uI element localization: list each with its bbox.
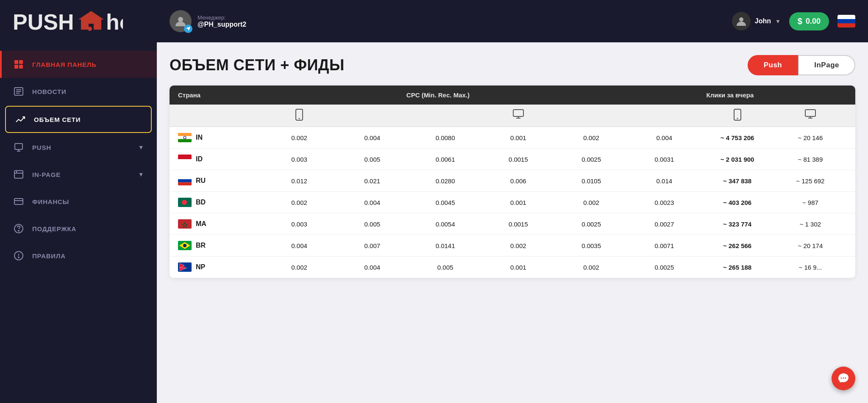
sidebar-item-push[interactable]: PUSH ▼ <box>0 134 157 161</box>
country-code: BR <box>196 242 206 249</box>
sidebar-item-label: ФИНАНСЫ <box>32 198 144 205</box>
mob-min: 0.002 <box>263 199 336 206</box>
svg-point-25 <box>178 17 183 22</box>
table-row: BD 0.002 0.004 0.0045 0.001 0.002 0.0023… <box>170 192 855 213</box>
chevron-down-icon: ▼ <box>138 144 144 151</box>
svg-rect-18 <box>14 199 23 204</box>
sidebar-item-news[interactable]: НОВОСТИ <box>0 78 157 105</box>
mob-rec: 0.021 <box>336 177 409 185</box>
svg-point-58 <box>845 378 846 379</box>
svg-rect-34 <box>805 110 815 116</box>
svg-rect-43 <box>178 176 192 179</box>
svg-rect-6 <box>14 65 18 69</box>
desk-min: 0.006 <box>482 177 555 185</box>
clicks-mob: ~ 403 206 <box>701 199 774 206</box>
desk-min: 0.001 <box>482 134 555 141</box>
desk-min: 0.0015 <box>482 156 555 163</box>
table-row: IN 0.002 0.004 0.0080 0.001 0.002 0.004 … <box>170 127 855 149</box>
desk-min: 0.002 <box>482 242 555 249</box>
desk-rec: 0.0105 <box>555 177 628 185</box>
country-cell: BD <box>178 198 263 207</box>
finance-icon <box>13 196 25 207</box>
mob-min: 0.002 <box>263 264 336 271</box>
user-info[interactable]: John ▼ <box>732 12 781 30</box>
svg-rect-7 <box>19 65 23 69</box>
sidebar-item-support[interactable]: ПОДДЕРЖКА <box>0 215 157 242</box>
svg-point-21 <box>18 230 19 231</box>
desk-rec: 0.0025 <box>555 156 628 163</box>
clicks-mob: ~ 265 188 <box>701 264 774 271</box>
mob-rec: 0.005 <box>336 156 409 163</box>
svg-text:house: house <box>106 10 123 34</box>
sidebar-item-dashboard[interactable]: ГЛАВНАЯ ПАНЕЛЬ <box>0 51 157 78</box>
sidebar-item-network[interactable]: ОБЪЕМ СЕТИ <box>5 106 152 133</box>
desk-rec: 0.002 <box>555 199 628 206</box>
desk-rec: 0.002 <box>555 134 628 141</box>
country-code: ID <box>196 155 203 163</box>
desk-max: 0.004 <box>628 134 701 141</box>
country-code: RU <box>196 177 206 185</box>
mob-min: 0.003 <box>263 221 336 228</box>
desktop-icon-cpc <box>482 109 555 122</box>
country-cell: IN <box>178 133 263 142</box>
svg-rect-39 <box>178 139 192 142</box>
desk-max: 0.014 <box>628 177 701 185</box>
svg-rect-5 <box>19 60 23 64</box>
user-avatar <box>732 12 751 30</box>
sidebar: PUSH house ГЛАВНАЯ ПАНЕЛЬ <box>0 0 157 403</box>
svg-point-3 <box>88 27 92 31</box>
svg-rect-42 <box>178 159 192 164</box>
desk-max: 0.0027 <box>628 221 701 228</box>
sidebar-item-label: ПРАВИЛА <box>32 252 144 259</box>
balance-amount: 0.00 <box>806 17 821 26</box>
sidebar-item-label: ГЛАВНАЯ ПАНЕЛЬ <box>32 61 144 68</box>
desk-rec: 0.0025 <box>555 221 628 228</box>
svg-rect-12 <box>15 144 22 149</box>
desk-rec: 0.002 <box>555 264 628 271</box>
svg-point-33 <box>737 118 738 119</box>
desk-min: 0.0015 <box>482 221 555 228</box>
dashboard-icon <box>13 58 25 70</box>
svg-point-56 <box>841 378 842 379</box>
header: Менеджер: @PH_support2 John ▼ $ 0.00 <box>157 0 868 42</box>
sidebar-item-inpage[interactable]: IN-PAGE ▼ <box>0 161 157 188</box>
country-code: IN <box>196 134 203 141</box>
manager-name: @PH_support2 <box>198 21 246 28</box>
header-country: Страна <box>178 91 263 99</box>
svg-point-26 <box>739 17 743 22</box>
network-icon <box>14 113 26 125</box>
country-code: MA <box>196 220 206 228</box>
svg-marker-1 <box>78 11 104 30</box>
clicks-desk: ~ 1 302 <box>774 221 847 228</box>
country-cell: RU <box>178 176 263 185</box>
sidebar-item-label: НОВОСТИ <box>32 88 144 95</box>
svg-text:PUSH: PUSH <box>13 10 74 34</box>
desk-min: 0.001 <box>482 199 555 206</box>
mob-rec: 0.004 <box>336 264 409 271</box>
nav-items: ГЛАВНАЯ ПАНЕЛЬ НОВОСТИ ОБЪ <box>0 51 157 403</box>
mob-max: 0.0080 <box>409 134 482 141</box>
inpage-icon <box>13 168 25 180</box>
language-flag[interactable] <box>837 15 855 28</box>
chevron-down-icon: ▼ <box>138 171 144 178</box>
sidebar-item-rules[interactable]: ПРАВИЛА <box>0 242 157 269</box>
mob-rec: 0.004 <box>336 134 409 141</box>
clicks-desk: ~ 125 692 <box>774 177 847 185</box>
country-cell: ID <box>178 155 263 164</box>
desktop-icon-clicks <box>774 109 847 122</box>
sidebar-item-finance[interactable]: ФИНАНСЫ <box>0 188 157 215</box>
tab-buttons: Push InPage <box>748 55 855 75</box>
table-row: RU 0.012 0.021 0.0280 0.006 0.0105 0.014… <box>170 170 855 192</box>
desk-max: 0.0025 <box>628 264 701 271</box>
sidebar-item-label: ПОДДЕРЖКА <box>32 225 144 232</box>
tab-push[interactable]: Push <box>748 55 798 75</box>
clicks-desk: ~ 20 174 <box>774 242 847 249</box>
tab-inpage[interactable]: InPage <box>798 55 855 75</box>
mob-max: 0.0061 <box>409 156 482 163</box>
clicks-mob: ~ 347 838 <box>701 177 774 185</box>
desk-rec: 0.0035 <box>555 242 628 249</box>
clicks-mob: ~ 2 031 900 <box>701 156 774 163</box>
mob-min: 0.004 <box>263 242 336 249</box>
chat-bubble[interactable] <box>832 367 855 390</box>
mob-min: 0.012 <box>263 177 336 185</box>
